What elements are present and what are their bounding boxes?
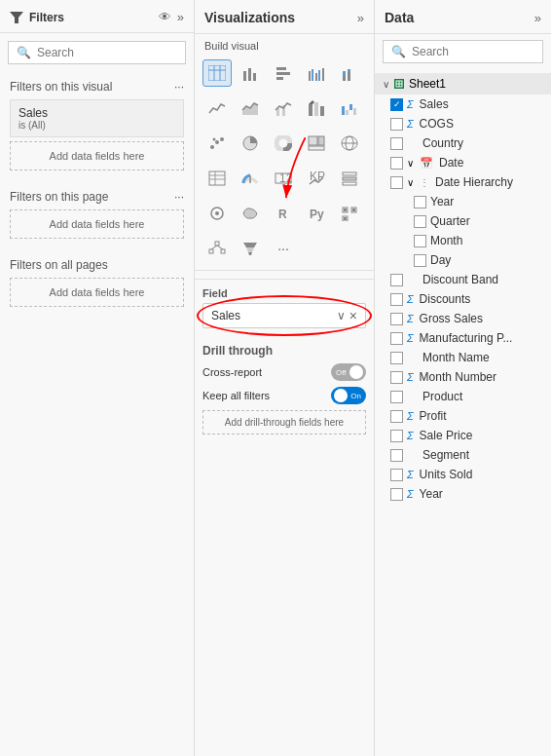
viz-icon-clustered[interactable] [302, 59, 331, 87]
checkbox-date-hierarchy[interactable] [390, 176, 403, 189]
viz-icon-py[interactable]: Py [302, 200, 331, 227]
checkbox-product[interactable] [390, 391, 403, 403]
build-visual-label: Build visual [195, 34, 374, 56]
tree-item-units-sold[interactable]: Σ Units Sold [375, 465, 551, 484]
svg-marker-0 [10, 12, 23, 23]
viz-icon-r[interactable]: R [269, 200, 298, 227]
viz-icon-area[interactable] [236, 94, 265, 122]
viz-icon-bar[interactable] [236, 59, 265, 87]
checkbox-gross-sales[interactable] [390, 313, 403, 325]
svg-rect-1 [208, 65, 226, 81]
viz-icon-line[interactable] [202, 94, 232, 122]
checkbox-discount-band[interactable] [390, 274, 403, 286]
filters-search-input[interactable] [37, 46, 177, 59]
svg-rect-54 [343, 182, 356, 185]
viz-icon-funnel-chart[interactable] [236, 235, 265, 262]
viz-icon-shape[interactable] [202, 200, 232, 227]
viz-icon-ribbon[interactable] [302, 94, 331, 122]
calendar-icon-date: 📅 [420, 157, 433, 170]
tree-item-year2[interactable]: Σ Year [375, 484, 551, 504]
viz-icon-card[interactable]: 123 [269, 165, 298, 192]
cross-report-toggle[interactable]: Off [331, 363, 366, 381]
viz-icon-gauge[interactable] [236, 165, 265, 192]
field-chip[interactable]: Sales ∨ × [202, 303, 366, 328]
field-close-icon[interactable]: × [349, 308, 357, 323]
viz-icon-stacked[interactable] [335, 59, 364, 87]
data-search-input[interactable] [412, 45, 534, 58]
checkbox-units-sold[interactable] [390, 469, 403, 481]
drill-title: Drill through [202, 344, 366, 358]
eye-icon[interactable]: 👁 [159, 10, 171, 24]
data-header: Data » [375, 0, 551, 34]
viz-icon-matrix[interactable] [202, 165, 232, 192]
viz-icon-kpi[interactable]: KPI [302, 165, 331, 192]
viz-icon-qr[interactable] [335, 200, 364, 227]
viz-icon-treemap[interactable] [302, 130, 331, 157]
viz-icon-slicer[interactable] [335, 165, 364, 192]
checkbox-country[interactable] [390, 137, 403, 150]
viz-icon-more[interactable]: ··· [269, 235, 298, 262]
checkbox-month-name[interactable] [390, 352, 403, 364]
tree-item-year1[interactable]: Year [375, 192, 551, 211]
expand-icon[interactable]: » [177, 10, 184, 24]
checkbox-discounts[interactable] [390, 293, 403, 306]
viz-icon-hbar[interactable] [269, 59, 298, 87]
checkbox-segment[interactable] [390, 449, 403, 462]
viz-icon-decomp[interactable] [202, 235, 232, 262]
viz-icon-pie[interactable] [236, 130, 265, 157]
tree-item-segment[interactable]: Segment [375, 445, 551, 465]
viz-icon-donut[interactable] [269, 130, 298, 157]
add-drill-through-button[interactable]: Add drill-through fields here [202, 410, 366, 435]
viz-icon-map[interactable] [335, 130, 364, 157]
svg-rect-65 [215, 242, 219, 246]
checkbox-quarter[interactable] [414, 215, 426, 228]
tree-item-product[interactable]: Product [375, 387, 551, 406]
tree-item-date-hierarchy[interactable]: ∨ ⋮ Date Hierarchy [375, 172, 551, 192]
tree-item-manufacturing[interactable]: Σ Manufacturing P... [375, 328, 551, 348]
checkbox-year2[interactable] [390, 488, 403, 501]
checkbox-cogs[interactable] [390, 118, 403, 131]
sigma-icon-year2: Σ [407, 488, 414, 500]
checkbox-sale-price[interactable] [390, 430, 403, 442]
viz-icon-table[interactable] [202, 59, 232, 87]
add-data-page-button[interactable]: Add data fields here [10, 209, 184, 239]
tree-root-sheet1[interactable]: ∨ Sheet1 [375, 73, 551, 94]
svg-rect-19 [348, 69, 350, 72]
viz-icon-filled-map[interactable] [236, 200, 265, 227]
field-dropdown-icon[interactable]: ∨ [337, 309, 346, 322]
tree-item-sales[interactable]: Σ Sales [375, 94, 551, 114]
checkbox-sales[interactable] [390, 98, 403, 111]
data-expand-icon[interactable]: » [534, 11, 541, 25]
tree-item-sale-price[interactable]: Σ Sale Price [375, 426, 551, 445]
add-data-visual-button[interactable]: Add data fields here [10, 141, 184, 170]
tree-item-day[interactable]: Day [375, 250, 551, 270]
viz-icon-waterfall[interactable] [335, 94, 364, 122]
svg-text:Py: Py [310, 208, 324, 221]
add-data-all-pages-button[interactable]: Add data fields here [10, 278, 184, 307]
filters-on-visual-more[interactable]: ··· [174, 80, 184, 94]
viz-expand-icon[interactable]: » [357, 11, 364, 25]
tree-item-date[interactable]: ∨ 📅 Date [375, 153, 551, 172]
filter-item-sales[interactable]: Sales is (All) [10, 99, 184, 137]
tree-item-cogs[interactable]: Σ COGS [375, 114, 551, 133]
tree-item-month-name[interactable]: Month Name [375, 348, 551, 367]
tree-item-discounts[interactable]: Σ Discounts [375, 289, 551, 309]
tree-item-gross-sales[interactable]: Σ Gross Sales [375, 309, 551, 328]
checkbox-year1[interactable] [414, 196, 426, 208]
keep-filters-toggle[interactable]: On [331, 387, 366, 404]
filters-on-page-more[interactable]: ··· [174, 190, 184, 204]
checkbox-day[interactable] [414, 254, 426, 267]
viz-icon-linebar[interactable] [269, 94, 298, 122]
tree-item-quarter[interactable]: Quarter [375, 211, 551, 231]
viz-icon-scatter[interactable] [202, 130, 232, 157]
tree-item-month-number[interactable]: Σ Month Number [375, 367, 551, 387]
checkbox-month[interactable] [414, 235, 426, 247]
checkbox-profit[interactable] [390, 410, 403, 423]
checkbox-date[interactable] [390, 157, 403, 170]
checkbox-month-number[interactable] [390, 371, 403, 384]
tree-item-country[interactable]: Country [375, 133, 551, 153]
tree-item-month[interactable]: Month [375, 231, 551, 250]
checkbox-manufacturing[interactable] [390, 332, 403, 345]
tree-item-discount-band[interactable]: Discount Band [375, 270, 551, 289]
tree-item-profit[interactable]: Σ Profit [375, 406, 551, 426]
